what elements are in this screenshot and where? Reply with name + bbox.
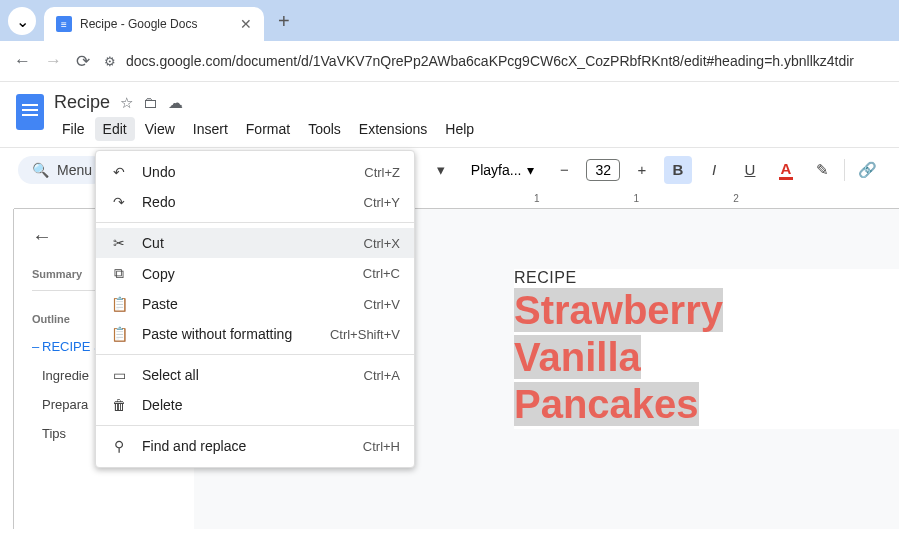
tab-search-button[interactable]: ⌄ xyxy=(8,7,36,35)
menu-item-label: Paste without formatting xyxy=(142,326,316,342)
menu-item-label: Cut xyxy=(142,235,350,251)
browser-tab[interactable]: ≡ Recipe - Google Docs ✕ xyxy=(44,7,264,41)
underline-button[interactable]: U xyxy=(736,156,764,184)
recipe-title-line: Pancakes xyxy=(514,381,899,428)
menu-item-paste-no-format[interactable]: 📋Paste without formattingCtrl+Shift+V xyxy=(96,319,414,349)
menu-item-label: Redo xyxy=(142,194,350,210)
menu-item-paste[interactable]: 📋PasteCtrl+V xyxy=(96,289,414,319)
menu-item-shortcut: Ctrl+X xyxy=(364,236,400,251)
star-icon[interactable]: ☆ xyxy=(120,94,133,112)
address-bar: ← → ⟳ ⚙ docs.google.com/document/d/1VaVK… xyxy=(0,41,899,82)
menu-item-select-all[interactable]: ▭Select allCtrl+A xyxy=(96,360,414,390)
highlight-button[interactable]: ✎ xyxy=(808,156,836,184)
find-replace-icon: ⚲ xyxy=(110,438,128,454)
menu-tools[interactable]: Tools xyxy=(300,117,349,141)
search-icon: 🔍 xyxy=(32,162,49,178)
move-icon[interactable]: 🗀 xyxy=(143,94,158,111)
url-text: docs.google.com/document/d/1VaVKV7nQrePp… xyxy=(126,53,854,69)
delete-icon: 🗑 xyxy=(110,397,128,413)
document-title[interactable]: Recipe xyxy=(54,92,110,113)
vertical-ruler[interactable] xyxy=(0,209,14,529)
menu-extensions[interactable]: Extensions xyxy=(351,117,435,141)
menu-format[interactable]: Format xyxy=(238,117,298,141)
tab-close-button[interactable]: ✕ xyxy=(240,16,252,32)
new-tab-button[interactable]: + xyxy=(278,10,290,33)
insert-link-button[interactable]: 🔗 xyxy=(853,156,881,184)
text-color-button[interactable]: A xyxy=(772,156,800,184)
font-family-select[interactable]: Playfa... ▾ xyxy=(463,158,543,182)
menu-insert[interactable]: Insert xyxy=(185,117,236,141)
recipe-title-line: Strawberry xyxy=(514,287,899,334)
menu-item-shortcut: Ctrl+Y xyxy=(364,195,400,210)
undo-icon: ↶ xyxy=(110,164,128,180)
menu-item-label: Delete xyxy=(142,397,386,413)
menu-item-delete[interactable]: 🗑Delete xyxy=(96,390,414,420)
menu-edit[interactable]: Edit xyxy=(95,117,135,141)
menu-search-label: Menu xyxy=(57,162,92,178)
italic-button[interactable]: I xyxy=(700,156,728,184)
back-button[interactable]: ← xyxy=(14,51,31,71)
browser-tab-strip: ⌄ ≡ Recipe - Google Docs ✕ + xyxy=(0,0,899,41)
menu-item-copy[interactable]: ⧉CopyCtrl+C xyxy=(96,258,414,289)
menu-search[interactable]: 🔍 Menu xyxy=(18,156,106,184)
menu-separator xyxy=(96,354,414,355)
menu-item-label: Copy xyxy=(142,266,349,282)
menu-item-shortcut: Ctrl+H xyxy=(363,439,400,454)
menu-file[interactable]: File xyxy=(54,117,93,141)
redo-icon: ↷ xyxy=(110,194,128,210)
url-box[interactable]: ⚙ docs.google.com/document/d/1VaVKV7nQre… xyxy=(104,53,885,69)
menu-item-shortcut: Ctrl+Shift+V xyxy=(330,327,400,342)
paste-no-format-icon: 📋 xyxy=(110,326,128,342)
select-all-icon: ▭ xyxy=(110,367,128,383)
menu-view[interactable]: View xyxy=(137,117,183,141)
font-size-increase[interactable]: + xyxy=(628,156,656,184)
menu-item-find-replace[interactable]: ⚲Find and replaceCtrl+H xyxy=(96,431,414,461)
menu-item-shortcut: Ctrl+A xyxy=(364,368,400,383)
docs-logo-icon[interactable] xyxy=(16,94,44,130)
bold-button[interactable]: B xyxy=(664,156,692,184)
menu-item-label: Undo xyxy=(142,164,350,180)
menu-separator xyxy=(96,222,414,223)
ruler-mark: 1 xyxy=(534,193,540,204)
reload-button[interactable]: ⟳ xyxy=(76,51,90,72)
ruler-mark: 1 xyxy=(634,193,640,204)
cloud-status-icon[interactable]: ☁ xyxy=(168,94,183,112)
copy-icon: ⧉ xyxy=(110,265,128,282)
font-name-label: Playfa... xyxy=(471,162,522,178)
menubar: FileEditViewInsertFormatToolsExtensionsH… xyxy=(54,117,883,141)
menu-item-cut[interactable]: ✂CutCtrl+X xyxy=(96,228,414,258)
menu-item-label: Find and replace xyxy=(142,438,349,454)
font-size-decrease[interactable]: − xyxy=(550,156,578,184)
tab-title: Recipe - Google Docs xyxy=(80,17,232,31)
site-info-icon[interactable]: ⚙ xyxy=(104,54,116,69)
document-page: RECIPE Strawberry Vanilla Pancakes xyxy=(514,269,899,429)
ruler-mark: 2 xyxy=(733,193,739,204)
docs-header: Recipe ☆ 🗀 ☁ FileEditViewInsertFormatToo… xyxy=(0,82,899,141)
menu-item-shortcut: Ctrl+C xyxy=(363,266,400,281)
menu-item-undo[interactable]: ↶UndoCtrl+Z xyxy=(96,157,414,187)
cut-icon: ✂ xyxy=(110,235,128,251)
menu-separator xyxy=(96,425,414,426)
menu-item-shortcut: Ctrl+Z xyxy=(364,165,400,180)
docs-favicon-icon: ≡ xyxy=(56,16,72,32)
menu-item-label: Select all xyxy=(142,367,350,383)
toolbar-more-dropdown[interactable]: ▾ xyxy=(427,156,455,184)
edit-menu-dropdown: ↶UndoCtrl+Z↷RedoCtrl+Y✂CutCtrl+X⧉CopyCtr… xyxy=(95,150,415,468)
chevron-down-icon: ▾ xyxy=(527,162,534,178)
recipe-title-line: Vanilla xyxy=(514,334,899,381)
paste-icon: 📋 xyxy=(110,296,128,312)
forward-button: → xyxy=(45,51,62,71)
chevron-down-icon: ⌄ xyxy=(16,12,29,31)
menu-item-label: Paste xyxy=(142,296,350,312)
font-size-input[interactable]: 32 xyxy=(586,159,620,181)
menu-help[interactable]: Help xyxy=(437,117,482,141)
menu-item-shortcut: Ctrl+V xyxy=(364,297,400,312)
recipe-eyebrow: RECIPE xyxy=(514,269,899,287)
menu-item-redo[interactable]: ↷RedoCtrl+Y xyxy=(96,187,414,217)
